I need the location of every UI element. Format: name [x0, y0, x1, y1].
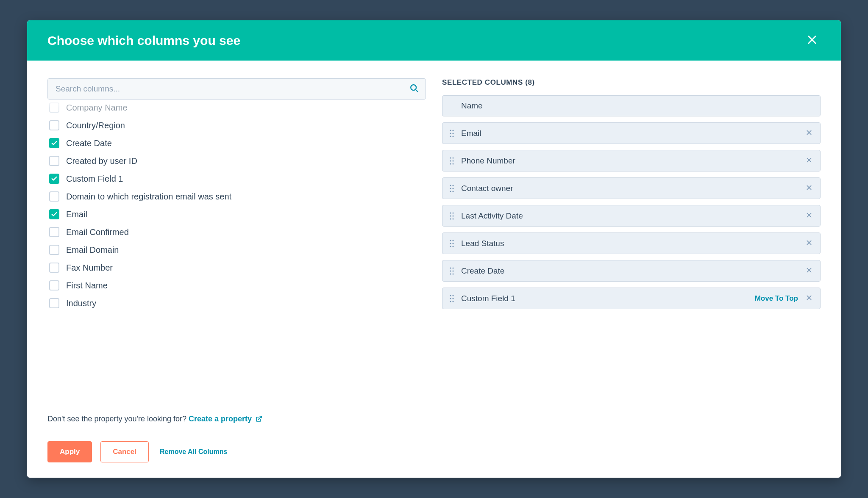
modal-body: Company NameCountry/RegionCreate DateCre… [27, 61, 841, 429]
available-column-item[interactable]: Country/Region [47, 119, 426, 132]
svg-point-21 [450, 185, 451, 186]
available-column-label: Domain to which registration email was s… [66, 192, 231, 202]
column-checkbox[interactable] [49, 138, 59, 148]
drag-handle-icon[interactable] [449, 129, 454, 138]
svg-point-6 [452, 130, 453, 131]
available-column-label: Email [66, 210, 87, 219]
column-checkbox[interactable] [49, 263, 59, 273]
svg-point-38 [452, 240, 453, 241]
column-checkbox[interactable] [49, 280, 59, 290]
remove-column-button[interactable] [805, 238, 813, 248]
remove-column-button[interactable] [805, 128, 813, 138]
column-checkbox[interactable] [49, 245, 59, 255]
search-input[interactable] [48, 79, 426, 99]
column-checkbox[interactable] [49, 120, 59, 130]
cancel-button[interactable]: Cancel [100, 441, 149, 462]
selected-column-item[interactable]: Custom Field 1Move To Top [442, 288, 821, 309]
svg-point-17 [450, 163, 451, 164]
column-checkbox[interactable] [49, 209, 59, 219]
available-column-label: First Name [66, 281, 108, 290]
available-column-item[interactable]: Fax Number [47, 261, 426, 274]
modal-header: Choose which columns you see [27, 20, 841, 61]
available-column-item[interactable]: Email Confirmed [47, 226, 426, 238]
close-icon [806, 239, 812, 247]
available-column-item[interactable]: Create Date [47, 137, 426, 149]
svg-point-29 [450, 212, 451, 213]
drag-handle-icon[interactable] [449, 267, 454, 275]
available-column-item[interactable]: Custom Field 1 [47, 172, 426, 185]
svg-point-47 [450, 270, 451, 271]
drag-handle-icon[interactable] [449, 184, 454, 193]
selected-column-label: Create Date [461, 266, 805, 276]
remove-column-button[interactable] [805, 211, 813, 221]
create-property-link[interactable]: Create a property [189, 415, 262, 423]
close-icon [806, 157, 812, 165]
column-checkbox[interactable] [49, 174, 59, 184]
available-column-label: Company Name [66, 103, 128, 113]
available-columns-list: Company NameCountry/RegionCreate DateCre… [47, 99, 426, 409]
svg-point-57 [450, 301, 451, 302]
svg-point-54 [452, 295, 453, 296]
available-column-item[interactable]: Email [47, 208, 426, 221]
svg-point-15 [450, 160, 451, 161]
remove-column-button[interactable] [805, 156, 813, 166]
create-property-link-label: Create a property [189, 415, 252, 423]
column-checkbox[interactable] [49, 191, 59, 202]
helper-text: Don't see the property you're looking fo… [47, 415, 189, 423]
available-column-item[interactable]: Domain to which registration email was s… [47, 190, 426, 203]
apply-button[interactable]: Apply [47, 441, 92, 462]
column-chooser-modal: Choose which columns you see Company Nam… [27, 20, 841, 478]
svg-point-55 [450, 298, 451, 299]
remove-column-button[interactable] [805, 183, 813, 193]
svg-point-14 [452, 157, 453, 158]
available-column-item[interactable]: Industry [47, 297, 426, 310]
svg-point-8 [452, 133, 453, 134]
selected-column-item[interactable]: Create Date [442, 260, 821, 282]
svg-point-49 [450, 273, 451, 274]
available-column-label: Created by user ID [66, 156, 137, 166]
selected-column-item[interactable]: Contact owner [442, 177, 821, 199]
svg-point-40 [452, 243, 453, 244]
close-icon [806, 34, 818, 47]
available-column-item[interactable]: First Name [47, 279, 426, 292]
available-column-item[interactable]: Email Domain [47, 243, 426, 256]
remove-column-button[interactable] [805, 266, 813, 276]
available-column-item[interactable]: Created by user ID [47, 155, 426, 167]
svg-point-53 [450, 295, 451, 296]
svg-point-18 [452, 163, 453, 164]
external-link-icon [256, 415, 262, 424]
column-checkbox[interactable] [49, 298, 59, 308]
selected-column-item[interactable]: Email [442, 122, 821, 144]
drag-handle-icon[interactable] [449, 294, 454, 303]
close-button[interactable] [804, 31, 821, 50]
available-column-item[interactable]: Company Name [47, 101, 426, 114]
modal-title: Choose which columns you see [47, 33, 240, 48]
selected-column-item[interactable]: Lead Status [442, 232, 821, 254]
column-checkbox[interactable] [49, 102, 59, 113]
svg-point-10 [452, 136, 453, 137]
selected-column-label: Phone Number [461, 156, 805, 166]
selected-column-label: Contact owner [461, 184, 805, 193]
selected-column-item[interactable]: Phone Number [442, 150, 821, 172]
selected-column-item[interactable]: Last Activity Date [442, 205, 821, 227]
column-checkbox[interactable] [49, 227, 59, 237]
close-icon [806, 184, 812, 192]
remove-all-columns-button[interactable]: Remove All Columns [160, 448, 227, 456]
svg-point-33 [450, 218, 451, 219]
svg-point-9 [450, 136, 451, 137]
column-checkbox[interactable] [49, 156, 59, 166]
selected-columns-list: NameEmailPhone NumberContact ownerLast A… [442, 95, 821, 309]
available-columns-panel: Company NameCountry/RegionCreate DateCre… [47, 78, 426, 425]
remove-column-button[interactable] [805, 293, 813, 303]
svg-point-34 [452, 218, 453, 219]
selected-column-item: Name [442, 95, 821, 116]
modal-footer: Apply Cancel Remove All Columns [27, 429, 841, 478]
drag-handle-icon[interactable] [449, 157, 454, 165]
svg-point-58 [452, 301, 453, 302]
drag-handle-icon[interactable] [449, 212, 454, 220]
svg-line-4 [259, 416, 262, 419]
svg-point-42 [452, 246, 453, 247]
drag-handle-icon[interactable] [449, 239, 454, 248]
move-to-top-button[interactable]: Move To Top [755, 294, 798, 303]
svg-point-13 [450, 157, 451, 158]
